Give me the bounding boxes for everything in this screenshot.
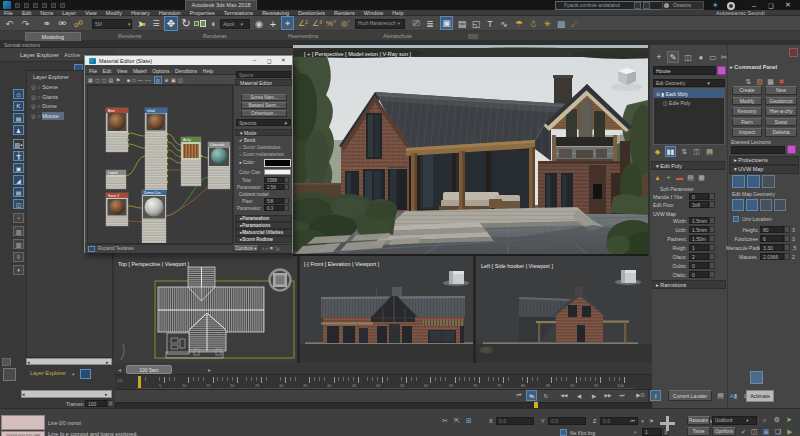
svg-text:Sone 2: Sone 2 bbox=[108, 194, 119, 198]
svg-text:sftad: sftad bbox=[147, 109, 155, 113]
svg-text:Dome Cos: Dome Cos bbox=[144, 191, 161, 195]
svg-text:Asrly: Asrly bbox=[183, 138, 191, 142]
svg-text:Cizecialic: Cizecialic bbox=[210, 143, 225, 147]
svg-text:Bow: Bow bbox=[108, 109, 115, 113]
svg-text:Liqind: Liqind bbox=[108, 171, 117, 175]
